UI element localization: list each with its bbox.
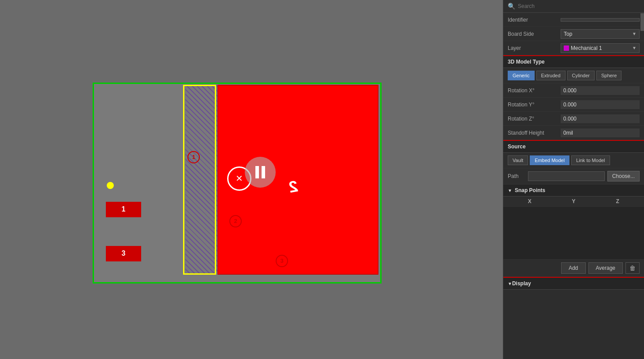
snap-points-title: Snap Points xyxy=(515,187,545,193)
board-side-value: Top xyxy=(564,31,572,37)
pause-bar-left xyxy=(255,166,259,178)
snap-col-z: Z xyxy=(595,198,640,204)
model-type-section-header: 3D Model Type xyxy=(503,55,644,68)
component-1-label: 1 xyxy=(122,205,126,213)
component-3-label: 3 xyxy=(122,249,126,257)
board-side-label: Board Side xyxy=(508,31,561,37)
layer-dropdown[interactable]: Mechanical 1 ▼ xyxy=(561,43,640,53)
standoff-height-row: Standoff Height xyxy=(503,126,644,140)
layer-arrow: ▼ xyxy=(632,45,637,50)
bottom-buttons-row: Add Average 🗑 xyxy=(503,260,644,277)
rotation-x-row: Rotation X° xyxy=(503,83,644,98)
identifier-value[interactable] xyxy=(561,18,640,22)
search-input[interactable] xyxy=(518,3,640,9)
snap-collapse-arrow[interactable]: ▼ xyxy=(508,188,512,193)
model-type-section-title: 3D Model Type xyxy=(508,59,545,65)
standoff-height-input[interactable] xyxy=(561,128,640,137)
display-section-header: ▼ Display xyxy=(503,277,644,290)
yellow-zone xyxy=(183,85,216,275)
average-btn[interactable]: Average xyxy=(588,262,623,274)
display-section-title: Display xyxy=(512,280,531,287)
rotation-y-label: Rotation Y° xyxy=(508,102,561,108)
annotation-2: 2 xyxy=(229,215,242,227)
layer-label: Layer xyxy=(508,45,561,51)
vault-btn[interactable]: Vault xyxy=(508,155,528,165)
sphere-btn[interactable]: Sphere xyxy=(596,71,622,80)
component-1[interactable]: 1 xyxy=(106,202,141,217)
layer-color-swatch xyxy=(564,45,569,51)
generic-btn[interactable]: Generic xyxy=(508,71,535,80)
annotation-1: 1 xyxy=(187,151,200,163)
snap-points-body xyxy=(503,207,644,260)
model-type-buttons-row: Generic Extruded Cylinder Sphere xyxy=(503,68,644,83)
pcb-container: 1 3 2 1 2 3 xyxy=(93,83,384,286)
source-section-header: Source xyxy=(503,140,644,153)
rotation-z-input[interactable] xyxy=(561,114,640,123)
identifier-label: Identifier xyxy=(508,17,561,23)
path-input[interactable] xyxy=(528,171,605,181)
snap-columns-header: X Y Z xyxy=(503,197,644,207)
board-side-arrow: ▼ xyxy=(632,31,637,36)
path-row: Path Choose... xyxy=(503,168,644,185)
embed-model-btn[interactable]: Embed Model xyxy=(530,155,569,165)
snap-col-y: Y xyxy=(552,198,596,204)
search-row: 🔍 xyxy=(503,0,644,13)
cylinder-btn[interactable]: Cylinder xyxy=(567,71,595,80)
board-side-dropdown[interactable]: Top ▼ xyxy=(561,29,640,39)
add-btn[interactable]: Add xyxy=(561,262,585,274)
rotation-x-input[interactable] xyxy=(561,86,640,95)
pause-bar-right xyxy=(262,166,265,178)
yellow-dot xyxy=(107,182,114,189)
layer-value: Mechanical 1 xyxy=(571,45,630,51)
snap-points-header: ▼ Snap Points xyxy=(503,185,644,197)
display-collapse-arrow[interactable]: ▼ xyxy=(508,281,512,286)
extruded-btn[interactable]: Extruded xyxy=(536,71,565,80)
rotation-z-row: Rotation Z° xyxy=(503,112,644,126)
rotation-y-row: Rotation Y° xyxy=(503,98,644,112)
rotation-x-label: Rotation X° xyxy=(508,87,561,94)
trash-btn[interactable]: 🗑 xyxy=(625,262,640,274)
identifier-row: Identifier xyxy=(503,13,644,27)
rotation-y-input[interactable] xyxy=(561,100,640,109)
snap-col-x: X xyxy=(508,198,552,204)
source-section-title: Source xyxy=(508,144,526,150)
layer-row: Layer Mechanical 1 ▼ xyxy=(503,41,644,55)
choose-btn[interactable]: Choose... xyxy=(607,171,640,181)
rotation-z-label: Rotation Z° xyxy=(508,116,561,122)
annotation-3: 3 xyxy=(276,255,288,267)
source-buttons-row: Vault Embed Model Link to Model xyxy=(503,153,644,168)
board-side-row: Board Side Top ▼ xyxy=(503,27,644,41)
scrollbar-thumb[interactable] xyxy=(640,13,644,31)
right-panel: 🔍 Identifier Board Side Top ▼ Layer Mech… xyxy=(503,0,644,359)
pause-icon xyxy=(245,157,276,188)
link-to-model-btn[interactable]: Link to Model xyxy=(571,155,610,165)
canvas-area: 1 3 2 1 2 3 xyxy=(0,0,503,359)
component-3[interactable]: 3 xyxy=(106,246,141,261)
search-icon: 🔍 xyxy=(508,3,515,10)
path-label: Path xyxy=(508,173,525,179)
standoff-height-label: Standoff Height xyxy=(508,130,561,136)
